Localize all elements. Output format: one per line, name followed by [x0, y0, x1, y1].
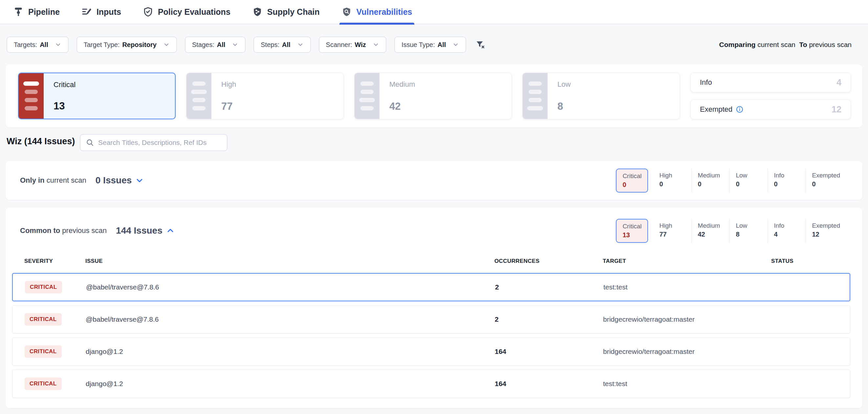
filter-targets[interactable]: Targets: All	[6, 36, 69, 53]
chip-exempted[interactable]: Exempted 0	[806, 169, 846, 193]
severity-meter-icon	[523, 73, 548, 119]
filter-steps[interactable]: Steps: All	[253, 36, 311, 53]
chevron-down-icon	[135, 176, 144, 184]
severity-badge: CRITICAL	[25, 378, 62, 390]
severity-card-low[interactable]: Low 8	[522, 72, 680, 119]
filter-label: Targets:	[14, 41, 37, 49]
issue-cell: @babel/traverse@7.8.6	[86, 283, 495, 291]
tab-supply-chain[interactable]: Supply Chain	[252, 0, 320, 24]
issue-cell: @babel/traverse@7.8.6	[86, 316, 495, 323]
top-tab-bar: Pipeline Inputs Policy Evaluations Suppl…	[0, 0, 868, 24]
severity-card-label: Critical	[54, 81, 175, 89]
filter-value: Repository	[122, 41, 156, 49]
chip-info[interactable]: Info 4	[768, 219, 806, 243]
filter-label: Target Type:	[84, 41, 120, 49]
chip-medium[interactable]: Medium 42	[691, 219, 730, 243]
filter-value: All	[438, 41, 446, 49]
pipeline-icon	[13, 6, 24, 17]
severity-meter-icon	[354, 73, 379, 119]
tab-inputs[interactable]: Inputs	[82, 0, 121, 24]
chip-high[interactable]: High 0	[653, 169, 691, 193]
search-icon	[86, 138, 94, 147]
table-row[interactable]: CRITICAL @babel/traverse@7.8.6 2 test:te…	[12, 273, 850, 301]
policy-shield-check-icon	[143, 6, 153, 17]
severity-card-critical[interactable]: Critical 13	[18, 72, 176, 119]
comparing-scan: previous scan	[809, 41, 851, 48]
col-occurrences: OCCURRENCES	[494, 258, 603, 265]
filter-stages[interactable]: Stages: All	[185, 36, 246, 53]
tab-vulnerabilities[interactable]: Vulnerabilities	[341, 0, 412, 24]
issue-cell: django@1.2	[86, 348, 495, 356]
severity-card-count: 77	[221, 100, 343, 112]
filter-value: All	[40, 41, 48, 49]
col-issue: ISSUE	[85, 258, 494, 265]
table-row[interactable]: CRITICAL django@1.2 164 test:test	[12, 369, 850, 398]
severity-badge: CRITICAL	[25, 345, 62, 358]
target-cell: test:test	[603, 283, 772, 291]
severity-card-count: 8	[557, 100, 680, 112]
tab-pipeline[interactable]: Pipeline	[13, 0, 60, 24]
severity-card-label: High	[221, 80, 343, 89]
occurrences-cell: 164	[495, 348, 603, 356]
info-card-label: Info	[700, 78, 712, 87]
severity-card-count: 13	[54, 100, 175, 112]
col-severity: SEVERITY	[24, 258, 85, 265]
scanner-heading: Wiz (144 Issues)	[6, 136, 75, 147]
filter-scanner[interactable]: Scanner: Wiz	[319, 36, 386, 53]
chip-low[interactable]: Low 0	[730, 169, 768, 193]
chevron-down-icon	[373, 41, 379, 48]
filter-value: All	[282, 41, 290, 49]
tab-label: Policy Evaluations	[158, 7, 230, 17]
chip-critical[interactable]: Critical 0	[616, 169, 648, 193]
severity-card-medium[interactable]: Medium 42	[354, 72, 512, 119]
chip-exempted[interactable]: Exempted 12	[806, 219, 846, 243]
chevron-up-icon	[166, 227, 174, 235]
info-card[interactable]: Info 4	[690, 72, 851, 92]
filter-value: All	[217, 41, 225, 49]
chip-info[interactable]: Info 0	[768, 169, 806, 193]
target-cell: bridgecrewio/terragoat:master	[603, 316, 772, 323]
search-input[interactable]	[98, 139, 222, 147]
tab-policy-evaluations[interactable]: Policy Evaluations	[143, 0, 230, 24]
chevron-down-icon	[453, 41, 459, 48]
severity-card-high[interactable]: High 77	[186, 72, 344, 119]
clear-filters-button[interactable]	[475, 40, 485, 50]
col-target: TARGET	[603, 258, 771, 265]
severity-chips: Critical 0 High 0 Medium 0 Low 0 Info 0 …	[616, 169, 846, 193]
issue-cell: django@1.2	[86, 380, 495, 388]
severity-chips: Critical 13 High 77 Medium 42 Low 8 Info…	[616, 219, 846, 243]
comparing-to: To	[799, 41, 807, 48]
table-row[interactable]: CRITICAL django@1.2 164 bridgecrewio/ter…	[12, 337, 850, 366]
chip-low[interactable]: Low 8	[730, 219, 768, 243]
common-to-previous-scan-section: Common to previous scan 144 Issues Criti…	[6, 208, 862, 408]
chip-critical[interactable]: Critical 13	[616, 219, 648, 243]
section-title: Common to previous scan	[20, 227, 107, 235]
chevron-down-icon	[55, 41, 61, 48]
occurrences-cell: 2	[495, 283, 603, 291]
section-toggle[interactable]: 0 Issues	[96, 175, 144, 186]
section-title: Only in current scan	[20, 176, 86, 185]
exempted-card-label: Exempted	[700, 105, 744, 114]
filter-target-type[interactable]: Target Type: Repository	[76, 36, 177, 53]
tab-label: Inputs	[96, 7, 121, 17]
chip-high[interactable]: High 77	[653, 219, 691, 243]
col-status: STATUS	[771, 258, 850, 265]
search-box	[80, 134, 227, 151]
severity-card-label: Medium	[389, 80, 512, 89]
severity-card-label: Low	[557, 80, 680, 89]
filter-label: Issue Type:	[402, 41, 435, 49]
supply-chain-shield-icon	[252, 6, 262, 17]
inputs-icon	[82, 6, 92, 17]
target-cell: test:test	[603, 380, 772, 388]
table-row[interactable]: CRITICAL @babel/traverse@7.8.6 2 bridgec…	[12, 305, 850, 333]
chevron-down-icon	[163, 41, 170, 48]
exempted-card[interactable]: Exempted 12	[690, 99, 851, 119]
chevron-down-icon	[232, 41, 238, 48]
section-toggle[interactable]: 144 Issues	[116, 226, 174, 236]
chip-medium[interactable]: Medium 0	[691, 169, 730, 193]
severity-badge: CRITICAL	[25, 281, 62, 293]
comparing-word: Comparing	[719, 41, 756, 48]
severity-meter-icon	[186, 73, 211, 119]
filter-issue-type[interactable]: Issue Type: All	[394, 36, 466, 53]
severity-card-count: 42	[389, 100, 512, 112]
